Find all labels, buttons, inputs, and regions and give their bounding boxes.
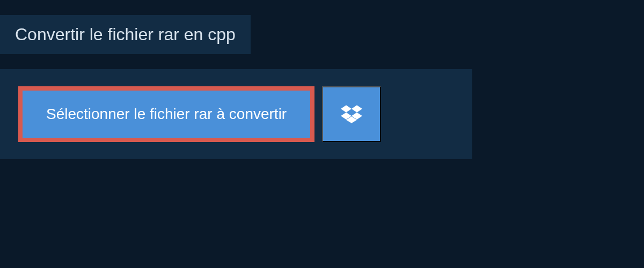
header-tab: Convertir le fichier rar en cpp (0, 15, 251, 54)
dropbox-button[interactable] (322, 86, 381, 142)
select-file-button[interactable]: Sélectionner le fichier rar à convertir (18, 86, 314, 142)
button-row: Sélectionner le fichier rar à convertir (18, 86, 454, 142)
upload-panel: Sélectionner le fichier rar à convertir (0, 69, 472, 159)
page-title: Convertir le fichier rar en cpp (15, 25, 236, 44)
dropbox-icon (341, 103, 362, 125)
